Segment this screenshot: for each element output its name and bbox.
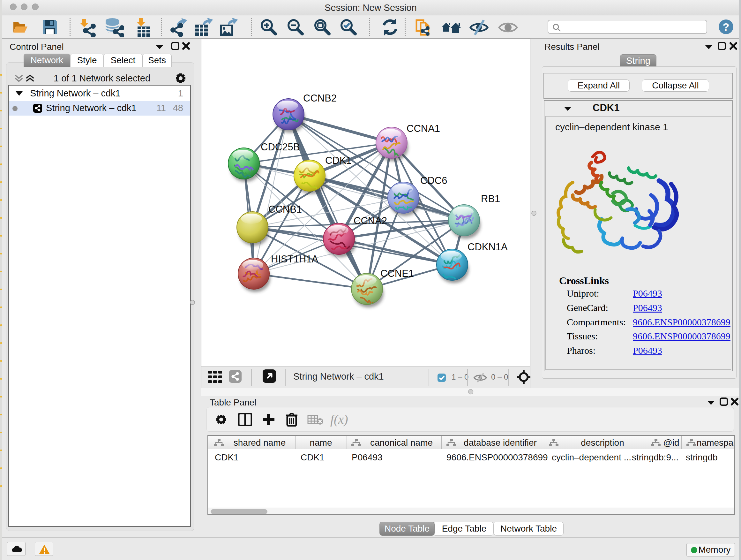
svg-text:CDC6: CDC6 bbox=[420, 175, 447, 186]
svg-text:CCNB1: CCNB1 bbox=[268, 204, 302, 215]
svg-text:HIST1H1A: HIST1H1A bbox=[271, 253, 318, 265]
svg-text:CDKN1A: CDKN1A bbox=[468, 241, 508, 253]
svg-text:CDK1: CDK1 bbox=[325, 155, 352, 166]
svg-text:CCNA2: CCNA2 bbox=[354, 215, 387, 226]
svg-text:RB1: RB1 bbox=[481, 193, 500, 204]
svg-text:CDC25B: CDC25B bbox=[261, 141, 300, 152]
svg-text:CCNA1: CCNA1 bbox=[407, 123, 440, 134]
svg-text:CCNE1: CCNE1 bbox=[381, 268, 414, 279]
svg-text:CCNB2: CCNB2 bbox=[303, 92, 337, 104]
